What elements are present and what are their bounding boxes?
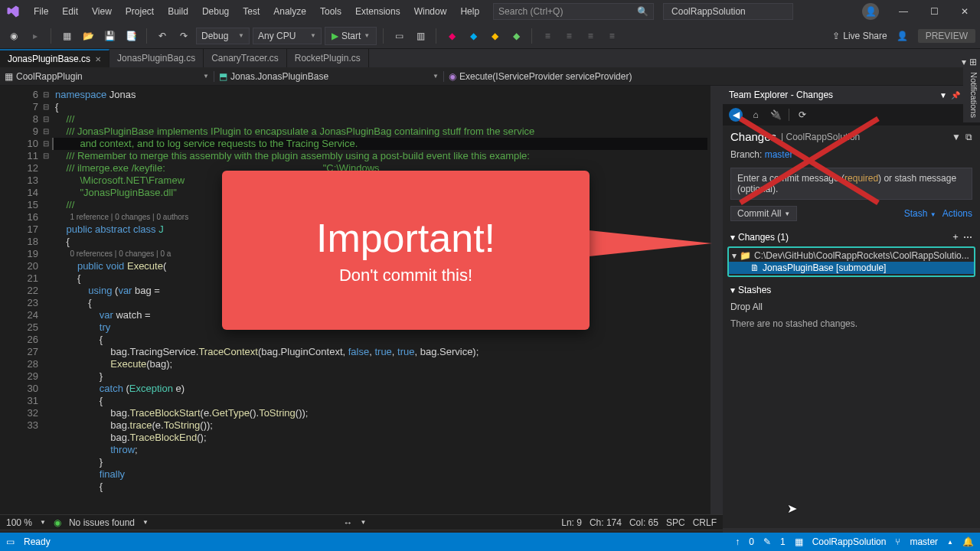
tree-folder-row[interactable]: ▾ 📁 C:\Dev\GitHub\CoolRappRockets\CoolRa…	[729, 249, 974, 262]
indent-mode[interactable]: SPC	[666, 517, 685, 528]
menu-tools[interactable]: Tools	[314, 3, 348, 20]
quick-launch-input[interactable]: Search (Ctrl+Q) 🔍	[493, 3, 654, 20]
close-button[interactable]: ✕	[949, 0, 980, 23]
tool-icon[interactable]: ≡	[560, 27, 578, 45]
stage-all-icon[interactable]: ＋	[951, 230, 960, 243]
branch-row: Branch: master	[723, 148, 980, 165]
menu-debug[interactable]: Debug	[196, 3, 235, 20]
user-avatar-icon[interactable]: 👤	[862, 3, 879, 20]
nav-scope-combo[interactable]: ▦CoolRappPlugin▼	[0, 71, 214, 82]
menu-help[interactable]: Help	[454, 3, 485, 20]
pin-icon[interactable]: 📌	[949, 89, 962, 101]
branch-link[interactable]: master	[765, 149, 793, 160]
document-tab[interactable]: JonasPluginBase.cs✕	[0, 49, 109, 67]
zoom-level[interactable]: 100 %	[6, 517, 32, 528]
commit-all-button[interactable]: Commit All▼	[730, 206, 797, 221]
menu-edit[interactable]: Edit	[56, 3, 84, 20]
menu-test[interactable]: Test	[237, 3, 266, 20]
dropdown-icon[interactable]: ▼	[937, 89, 949, 101]
changes-section-header[interactable]: ▾ Changes (1) ＋ ⋯	[723, 227, 980, 246]
minimize-button[interactable]: —	[888, 0, 919, 23]
share-icon: ⇪	[832, 31, 840, 41]
mouse-cursor-icon: ➤	[787, 501, 797, 516]
tool-icon[interactable]: ≡	[538, 27, 557, 45]
tree-item-submodule[interactable]: 🗎 JonasPluginBase [submodule]	[729, 262, 974, 274]
tool-icon[interactable]: ≡	[581, 27, 599, 45]
feedback-icon[interactable]: 👤	[893, 27, 912, 45]
platform-combo[interactable]: Any CPU▼	[253, 28, 322, 44]
title-bar: FileEditViewProjectBuildDebugTestAnalyze…	[0, 0, 980, 23]
window-split-icon[interactable]: ⊞	[969, 57, 977, 67]
scroll-track[interactable]	[710, 86, 723, 514]
vs-logo-icon	[5, 3, 21, 20]
document-tab[interactable]: JonasPluginBag.cs	[109, 49, 204, 67]
home-icon[interactable]: ⌂	[749, 108, 763, 122]
start-button[interactable]: ▶Start▼	[325, 27, 377, 45]
publish-icon[interactable]: ↑	[735, 536, 740, 547]
menu-view[interactable]: View	[86, 3, 118, 20]
annotation-callout: Important! Don't commit this!	[222, 171, 590, 330]
tab-overflow-icon[interactable]: ▾	[962, 57, 966, 67]
team-nav-toolbar: ◀ ⌂ 🔌 ⟳	[723, 104, 980, 126]
back-nav-icon[interactable]: ◉	[5, 27, 23, 45]
popout-icon[interactable]: ⧉	[965, 132, 972, 142]
commit-message-input[interactable]: Enter a commit message (required) or sta…	[730, 168, 972, 200]
ext-icon[interactable]: ◆	[443, 27, 461, 45]
menu-file[interactable]: File	[28, 3, 54, 20]
ext-icon[interactable]: ◆	[485, 27, 504, 45]
nav-member-combo[interactable]: ◉Execute(IServiceProvider serviceProvide…	[444, 71, 980, 82]
check-icon: ◉	[54, 517, 61, 528]
cursor-char: Ch: 174	[590, 517, 622, 528]
stash-link[interactable]: Stash ▼	[904, 208, 936, 219]
tool-icon[interactable]: ≡	[603, 27, 621, 45]
nav-type-combo[interactable]: ⬒Jonas.JonasPluginBase▼	[214, 71, 444, 82]
ext-icon[interactable]: ◆	[507, 27, 525, 45]
live-share-button[interactable]: ⇪Live Share	[832, 31, 887, 41]
fold-gutter[interactable]: ⊟⊟⊟⊟⊟⊟	[43, 86, 52, 514]
chevron-down-icon: ▾	[730, 232, 735, 243]
menu-build[interactable]: Build	[162, 3, 194, 20]
standard-toolbar: ◉ ▸ ▦ 📂 💾 📑 ↶ ↷ Debug▼ Any CPU▼ ▶Start▼ …	[0, 23, 980, 49]
save-all-icon[interactable]: 📑	[122, 27, 140, 45]
menu-analyze[interactable]: Analyze	[267, 3, 312, 20]
close-tab-icon[interactable]: ✕	[95, 55, 101, 64]
eol-mode[interactable]: CRLF	[693, 517, 717, 528]
changes-header: Changes | CoolRappSolution ▼ ⧉	[723, 126, 980, 148]
connect-icon[interactable]: 🔌	[769, 108, 782, 122]
maximize-button[interactable]: ☐	[919, 0, 949, 23]
drop-all-link[interactable]: Drop All	[730, 302, 763, 312]
code-nav-bar: ▦CoolRappPlugin▼ ⬒Jonas.JonasPluginBase▼…	[0, 67, 980, 86]
more-icon[interactable]: ⋯	[963, 232, 972, 243]
solution-name-box[interactable]: CoolRappSolution	[663, 3, 793, 20]
highlighted-change-box: ▾ 📁 C:\Dev\GitHub\CoolRappRockets\CoolRa…	[727, 246, 975, 277]
actions-link[interactable]: Actions	[942, 208, 972, 219]
ext-icon[interactable]: ◆	[464, 27, 482, 45]
notifications-vertical-tab[interactable]: Notifications	[963, 67, 980, 122]
config-combo[interactable]: Debug▼	[196, 28, 250, 44]
menu-project[interactable]: Project	[119, 3, 160, 20]
undo-icon[interactable]: ↶	[153, 27, 172, 45]
pending-icon[interactable]: ✎	[763, 536, 771, 547]
no-stash-message: There are no stashed changes.	[723, 315, 980, 332]
back-icon[interactable]: ◀	[729, 108, 743, 122]
issues-status[interactable]: No issues found	[69, 517, 135, 528]
save-icon[interactable]: 💾	[100, 27, 119, 45]
refresh-icon[interactable]: ⟳	[795, 108, 809, 122]
open-icon[interactable]: 📂	[79, 27, 97, 45]
bell-icon[interactable]: 🔔	[962, 536, 974, 547]
document-tab[interactable]: CanaryTracer.cs	[204, 49, 287, 67]
caret-down-icon[interactable]: ▼	[952, 132, 961, 142]
tool-icon[interactable]: ▭	[390, 27, 408, 45]
stashes-section-header[interactable]: ▾ Stashes	[723, 282, 980, 298]
redo-icon[interactable]: ↷	[175, 27, 193, 45]
menu-extensions[interactable]: Extensions	[349, 3, 407, 20]
menu-window[interactable]: Window	[408, 3, 453, 20]
repo-icon: ▦	[795, 536, 803, 547]
new-project-icon[interactable]: ▦	[57, 27, 76, 45]
main-menu: FileEditViewProjectBuildDebugTestAnalyze…	[28, 3, 485, 20]
chevron-down-icon: ▾	[730, 285, 735, 295]
forward-nav-icon[interactable]: ▸	[26, 27, 44, 45]
document-tab[interactable]: RocketPlugin.cs	[287, 49, 369, 67]
tool-icon[interactable]: ▥	[411, 27, 430, 45]
chevron-down-icon: ▾	[732, 250, 737, 261]
